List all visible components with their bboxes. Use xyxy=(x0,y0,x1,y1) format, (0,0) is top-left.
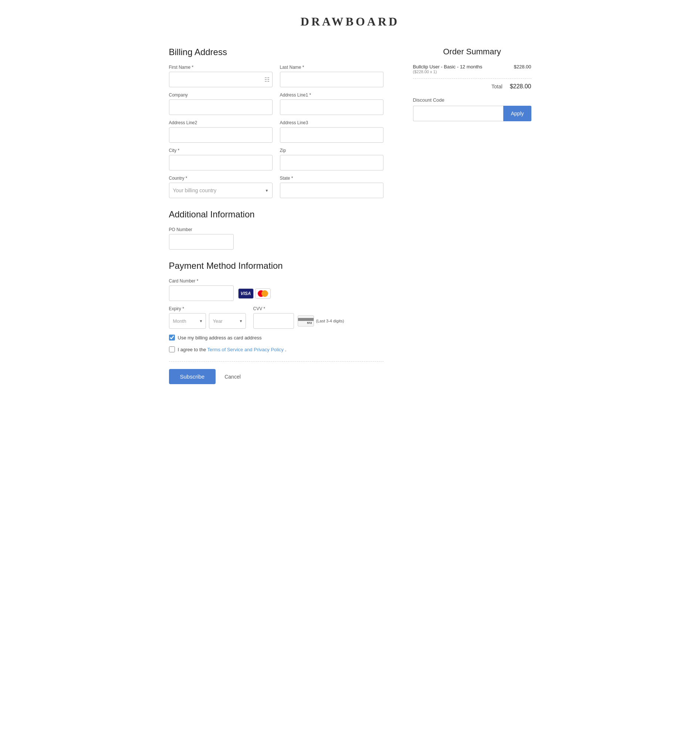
order-divider xyxy=(413,78,531,79)
year-select[interactable]: Year 202420252026 202720282029 2030 xyxy=(209,313,246,329)
billing-address-checkbox-row: Use my billing address as card address xyxy=(169,335,383,341)
total-label: Total xyxy=(491,84,503,90)
city-field: City * xyxy=(169,148,272,171)
mc-orange-circle xyxy=(262,290,268,297)
first-name-field: First Name * ☷ xyxy=(169,65,272,87)
additional-info-section: Additional Information PO Number xyxy=(169,209,383,250)
city-label: City * xyxy=(169,148,272,153)
address-line1-field: Address Line1 * xyxy=(280,93,383,115)
po-number-input[interactable] xyxy=(169,234,234,250)
country-select-wrapper: Your billing country xyxy=(169,183,272,198)
logo-area: DRAWBOARD xyxy=(169,15,531,28)
order-item-row: Bullclip User - Basic - 12 months ($228.… xyxy=(413,64,531,74)
logo-text: DRAWBOARD xyxy=(301,15,399,28)
card-number-input[interactable] xyxy=(169,286,234,301)
cvv-row-inner: 572 (Last 3-4 digits) xyxy=(253,313,344,329)
po-number-label: PO Number xyxy=(169,227,234,232)
expiry-label: Expiry * xyxy=(169,306,246,311)
country-select[interactable]: Your billing country xyxy=(169,183,272,198)
order-item-name: Bullclip User - Basic - 12 months xyxy=(413,64,483,69)
city-input[interactable] xyxy=(169,155,272,171)
order-summary-title: Order Summary xyxy=(413,47,531,57)
card-stripe xyxy=(298,318,314,321)
cvv-input[interactable] xyxy=(253,313,294,329)
discount-code-input[interactable] xyxy=(413,106,504,121)
discount-label: Discount Code xyxy=(413,97,531,103)
cancel-link[interactable]: Cancel xyxy=(224,374,241,380)
billing-address-title: Billing Address xyxy=(169,47,383,57)
address-line2-field: Address Line2 xyxy=(169,120,272,143)
terms-suffix: . xyxy=(284,347,286,352)
terms-link[interactable]: Terms of Service and Privacy Policy xyxy=(208,347,284,352)
mastercard-logo xyxy=(255,289,271,299)
first-name-input-wrapper: ☷ xyxy=(169,72,272,87)
month-select[interactable]: Month 010203 040506 070809 101112 xyxy=(169,313,206,329)
terms-prefix: I agree to the xyxy=(178,347,208,352)
right-panel: Order Summary Bullclip User - Basic - 12… xyxy=(413,47,531,121)
po-number-field: PO Number xyxy=(169,227,234,250)
card-number-row: Card Number * VISA xyxy=(169,278,383,301)
visa-logo: VISA xyxy=(238,289,254,299)
address-line2-label: Address Line2 xyxy=(169,120,272,125)
cvv-number-display: 572 xyxy=(307,321,312,325)
company-field: Company xyxy=(169,93,272,115)
country-state-row: Country * Your billing country State * xyxy=(169,176,383,198)
state-input[interactable] xyxy=(280,183,383,198)
expiry-selects: Month 010203 040506 070809 101112 Year xyxy=(169,313,246,329)
zip-input[interactable] xyxy=(280,155,383,171)
discount-section: Discount Code Apply xyxy=(413,97,531,121)
order-item-info: Bullclip User - Basic - 12 months ($228.… xyxy=(413,64,483,74)
year-select-wrap: Year 202420252026 202720282029 2030 xyxy=(209,313,246,329)
zip-field: Zip xyxy=(280,148,383,171)
expiry-cvv-row: Expiry * Month 010203 040506 070809 1011… xyxy=(169,306,383,329)
country-label: Country * xyxy=(169,176,272,181)
address-line3-label: Address Line3 xyxy=(280,120,383,125)
form-divider xyxy=(169,361,383,362)
terms-label: I agree to the Terms of Service and Priv… xyxy=(178,347,287,352)
address-line3-field: Address Line3 xyxy=(280,120,383,143)
cvv-group: CVV * 572 (Last 3-4 digits) xyxy=(253,306,344,329)
order-item-sub: ($228.00 x 1) xyxy=(413,69,483,74)
address-line2-input[interactable] xyxy=(169,127,272,143)
terms-checkbox[interactable] xyxy=(169,346,175,352)
left-panel: Billing Address First Name * ☷ Last Name… xyxy=(169,47,383,384)
last-name-field: Last Name * xyxy=(280,65,383,87)
total-row: Total $228.00 xyxy=(413,83,531,90)
last-name-input[interactable] xyxy=(280,72,383,87)
billing-address-checkbox-label: Use my billing address as card address xyxy=(178,335,262,341)
address-line3-input[interactable] xyxy=(280,127,383,143)
company-address-row: Company Address Line1 * xyxy=(169,93,383,115)
cvv-hint-text: (Last 3-4 digits) xyxy=(316,319,344,323)
discount-row: Apply xyxy=(413,106,531,121)
company-label: Company xyxy=(169,93,272,97)
city-zip-row: City * Zip xyxy=(169,148,383,171)
address-lines-row: Address Line2 Address Line3 xyxy=(169,120,383,143)
payment-section: Payment Method Information Card Number *… xyxy=(169,261,383,384)
apply-button[interactable]: Apply xyxy=(503,106,531,121)
zip-label: Zip xyxy=(280,148,383,153)
company-input[interactable] xyxy=(169,99,272,115)
state-label: State * xyxy=(280,176,383,181)
card-number-label: Card Number * xyxy=(169,278,234,284)
total-amount: $228.00 xyxy=(510,83,531,90)
order-item-price: $228.00 xyxy=(514,64,531,69)
country-field: Country * Your billing country xyxy=(169,176,272,198)
last-name-label: Last Name * xyxy=(280,65,383,70)
address-line1-input[interactable] xyxy=(280,99,383,115)
cvv-hint: 572 (Last 3-4 digits) xyxy=(298,316,344,326)
card-logos: VISA xyxy=(238,289,271,299)
cvv-card-icon: 572 xyxy=(298,316,314,326)
address-line1-label: Address Line1 * xyxy=(280,93,383,97)
state-field: State * xyxy=(280,176,383,198)
additional-info-title: Additional Information xyxy=(169,209,383,220)
billing-address-checkbox[interactable] xyxy=(169,335,175,341)
first-name-input[interactable] xyxy=(169,72,272,87)
subscribe-button[interactable]: Subscribe xyxy=(169,369,216,384)
cvv-label: CVV * xyxy=(253,306,344,311)
terms-row: I agree to the Terms of Service and Priv… xyxy=(169,346,383,352)
card-number-field: Card Number * xyxy=(169,278,234,301)
first-name-label: First Name * xyxy=(169,65,272,70)
month-select-wrap: Month 010203 040506 070809 101112 xyxy=(169,313,206,329)
expiry-group: Expiry * Month 010203 040506 070809 1011… xyxy=(169,306,246,329)
name-row: First Name * ☷ Last Name * xyxy=(169,65,383,87)
